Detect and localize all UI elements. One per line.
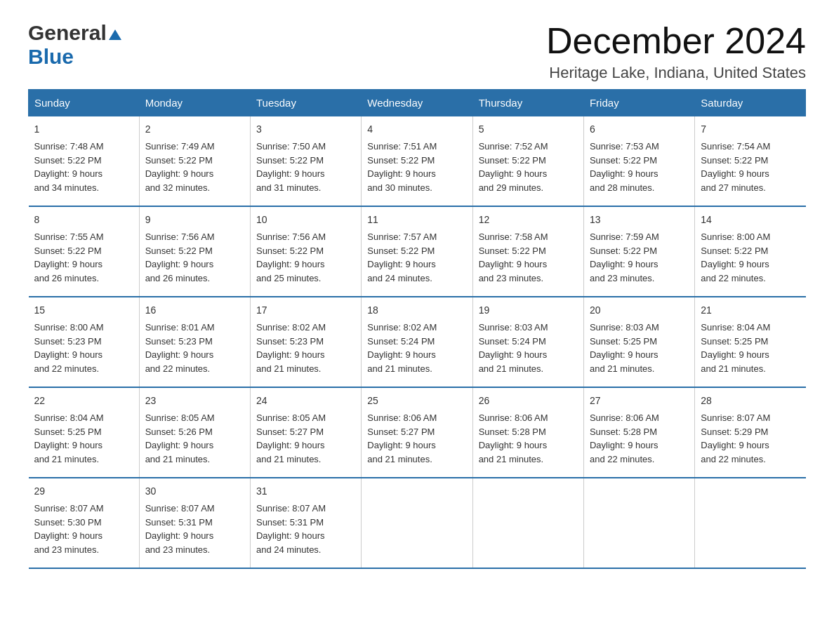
calendar-cell: 23Sunrise: 8:05 AMSunset: 5:26 PMDayligh… bbox=[139, 387, 250, 478]
calendar-cell: 31Sunrise: 8:07 AMSunset: 5:31 PMDayligh… bbox=[250, 478, 361, 568]
day-number: 22 bbox=[34, 394, 133, 408]
logo-blue: Blue bbox=[28, 45, 74, 68]
day-number: 18 bbox=[367, 303, 466, 318]
calendar-header-friday: Friday bbox=[583, 90, 694, 116]
day-number: 19 bbox=[479, 303, 578, 318]
day-info: Sunrise: 7:55 AMSunset: 5:22 PMDaylight:… bbox=[34, 230, 133, 285]
calendar-cell: 1Sunrise: 7:48 AMSunset: 5:22 PMDaylight… bbox=[29, 116, 140, 207]
day-info: Sunrise: 7:58 AMSunset: 5:22 PMDaylight:… bbox=[479, 230, 578, 285]
day-number: 11 bbox=[367, 213, 466, 227]
calendar-cell: 27Sunrise: 8:06 AMSunset: 5:28 PMDayligh… bbox=[583, 387, 694, 478]
main-title: December 2024 bbox=[546, 21, 806, 61]
day-info: Sunrise: 8:02 AMSunset: 5:24 PMDaylight:… bbox=[367, 321, 466, 375]
calendar-cell: 2Sunrise: 7:49 AMSunset: 5:22 PMDaylight… bbox=[139, 116, 250, 207]
day-number: 15 bbox=[34, 303, 133, 318]
calendar-cell: 6Sunrise: 7:53 AMSunset: 5:22 PMDaylight… bbox=[583, 116, 694, 207]
calendar-cell: 19Sunrise: 8:03 AMSunset: 5:24 PMDayligh… bbox=[472, 297, 583, 387]
day-number: 10 bbox=[256, 213, 355, 227]
subtitle: Heritage Lake, Indiana, United States bbox=[546, 64, 806, 82]
day-number: 28 bbox=[701, 394, 800, 408]
day-info: Sunrise: 8:01 AMSunset: 5:23 PMDaylight:… bbox=[145, 321, 244, 375]
day-number: 1 bbox=[34, 122, 133, 137]
calendar-week-row: 22Sunrise: 8:04 AMSunset: 5:25 PMDayligh… bbox=[29, 387, 806, 478]
day-number: 31 bbox=[256, 484, 355, 499]
day-number: 24 bbox=[256, 394, 355, 408]
day-number: 13 bbox=[590, 213, 689, 227]
day-info: Sunrise: 8:04 AMSunset: 5:25 PMDaylight:… bbox=[701, 321, 800, 375]
calendar-cell bbox=[472, 478, 583, 568]
day-number: 12 bbox=[479, 213, 578, 227]
calendar-week-row: 1Sunrise: 7:48 AMSunset: 5:22 PMDaylight… bbox=[29, 116, 806, 207]
calendar-cell: 5Sunrise: 7:52 AMSunset: 5:22 PMDaylight… bbox=[472, 116, 583, 207]
day-info: Sunrise: 8:06 AMSunset: 5:28 PMDaylight:… bbox=[590, 411, 689, 466]
day-info: Sunrise: 8:04 AMSunset: 5:25 PMDaylight:… bbox=[34, 411, 133, 466]
calendar-cell: 7Sunrise: 7:54 AMSunset: 5:22 PMDaylight… bbox=[695, 116, 806, 207]
day-info: Sunrise: 8:05 AMSunset: 5:27 PMDaylight:… bbox=[256, 411, 355, 466]
logo-general: General bbox=[28, 21, 107, 45]
calendar-cell: 16Sunrise: 8:01 AMSunset: 5:23 PMDayligh… bbox=[139, 297, 250, 387]
calendar-cell: 8Sunrise: 7:55 AMSunset: 5:22 PMDaylight… bbox=[29, 206, 140, 297]
day-info: Sunrise: 7:56 AMSunset: 5:22 PMDaylight:… bbox=[145, 230, 244, 285]
day-number: 2 bbox=[145, 122, 244, 137]
calendar-cell: 21Sunrise: 8:04 AMSunset: 5:25 PMDayligh… bbox=[695, 297, 806, 387]
calendar-cell: 4Sunrise: 7:51 AMSunset: 5:22 PMDaylight… bbox=[362, 116, 472, 207]
day-info: Sunrise: 7:59 AMSunset: 5:22 PMDaylight:… bbox=[590, 230, 689, 285]
day-info: Sunrise: 8:00 AMSunset: 5:22 PMDaylight:… bbox=[701, 230, 800, 285]
day-info: Sunrise: 8:05 AMSunset: 5:26 PMDaylight:… bbox=[145, 411, 244, 466]
day-info: Sunrise: 8:07 AMSunset: 5:31 PMDaylight:… bbox=[256, 502, 355, 556]
calendar-cell: 26Sunrise: 8:06 AMSunset: 5:28 PMDayligh… bbox=[472, 387, 583, 478]
calendar-cell: 17Sunrise: 8:02 AMSunset: 5:23 PMDayligh… bbox=[250, 297, 361, 387]
day-info: Sunrise: 8:03 AMSunset: 5:25 PMDaylight:… bbox=[590, 321, 689, 375]
calendar-header-sunday: Sunday bbox=[29, 90, 140, 116]
calendar-cell: 10Sunrise: 7:56 AMSunset: 5:22 PMDayligh… bbox=[250, 206, 361, 297]
calendar-header-row: SundayMondayTuesdayWednesdayThursdayFrid… bbox=[29, 90, 806, 116]
day-info: Sunrise: 8:07 AMSunset: 5:31 PMDaylight:… bbox=[145, 502, 244, 556]
calendar-cell bbox=[695, 478, 806, 568]
day-number: 4 bbox=[367, 122, 466, 137]
day-number: 14 bbox=[701, 213, 800, 227]
day-info: Sunrise: 8:07 AMSunset: 5:29 PMDaylight:… bbox=[701, 411, 800, 466]
day-number: 16 bbox=[145, 303, 244, 318]
calendar-cell: 11Sunrise: 7:57 AMSunset: 5:22 PMDayligh… bbox=[362, 206, 472, 297]
day-number: 17 bbox=[256, 303, 355, 318]
calendar-cell bbox=[362, 478, 472, 568]
calendar-week-row: 29Sunrise: 8:07 AMSunset: 5:30 PMDayligh… bbox=[29, 478, 806, 568]
calendar-cell: 28Sunrise: 8:07 AMSunset: 5:29 PMDayligh… bbox=[695, 387, 806, 478]
calendar-cell: 30Sunrise: 8:07 AMSunset: 5:31 PMDayligh… bbox=[139, 478, 250, 568]
calendar-cell: 25Sunrise: 8:06 AMSunset: 5:27 PMDayligh… bbox=[362, 387, 472, 478]
calendar-cell: 9Sunrise: 7:56 AMSunset: 5:22 PMDaylight… bbox=[139, 206, 250, 297]
day-info: Sunrise: 7:57 AMSunset: 5:22 PMDaylight:… bbox=[367, 230, 466, 285]
day-number: 6 bbox=[590, 122, 689, 137]
calendar-week-row: 8Sunrise: 7:55 AMSunset: 5:22 PMDaylight… bbox=[29, 206, 806, 297]
day-info: Sunrise: 7:54 AMSunset: 5:22 PMDaylight:… bbox=[701, 140, 800, 194]
page-header: General Blue December 2024 Heritage Lake… bbox=[28, 21, 806, 82]
day-number: 26 bbox=[479, 394, 578, 408]
day-number: 3 bbox=[256, 122, 355, 137]
day-number: 7 bbox=[701, 122, 800, 137]
calendar-cell: 22Sunrise: 8:04 AMSunset: 5:25 PMDayligh… bbox=[29, 387, 140, 478]
calendar-header-saturday: Saturday bbox=[695, 90, 806, 116]
logo-triangle-icon bbox=[109, 29, 121, 40]
day-number: 25 bbox=[367, 394, 466, 408]
calendar-cell bbox=[583, 478, 694, 568]
day-number: 30 bbox=[145, 484, 244, 499]
calendar-cell: 12Sunrise: 7:58 AMSunset: 5:22 PMDayligh… bbox=[472, 206, 583, 297]
calendar-cell: 3Sunrise: 7:50 AMSunset: 5:22 PMDaylight… bbox=[250, 116, 361, 207]
day-number: 23 bbox=[145, 394, 244, 408]
day-number: 8 bbox=[34, 213, 133, 227]
day-number: 9 bbox=[145, 213, 244, 227]
day-info: Sunrise: 7:52 AMSunset: 5:22 PMDaylight:… bbox=[479, 140, 578, 194]
calendar-week-row: 15Sunrise: 8:00 AMSunset: 5:23 PMDayligh… bbox=[29, 297, 806, 387]
calendar-cell: 29Sunrise: 8:07 AMSunset: 5:30 PMDayligh… bbox=[29, 478, 140, 568]
day-info: Sunrise: 8:03 AMSunset: 5:24 PMDaylight:… bbox=[479, 321, 578, 375]
day-info: Sunrise: 7:56 AMSunset: 5:22 PMDaylight:… bbox=[256, 230, 355, 285]
day-info: Sunrise: 8:02 AMSunset: 5:23 PMDaylight:… bbox=[256, 321, 355, 375]
calendar-header-tuesday: Tuesday bbox=[250, 90, 361, 116]
day-info: Sunrise: 7:49 AMSunset: 5:22 PMDaylight:… bbox=[145, 140, 244, 194]
day-number: 20 bbox=[590, 303, 689, 318]
day-info: Sunrise: 7:51 AMSunset: 5:22 PMDaylight:… bbox=[367, 140, 466, 194]
day-number: 5 bbox=[479, 122, 578, 137]
day-info: Sunrise: 8:07 AMSunset: 5:30 PMDaylight:… bbox=[34, 502, 133, 556]
day-info: Sunrise: 7:50 AMSunset: 5:22 PMDaylight:… bbox=[256, 140, 355, 194]
day-number: 21 bbox=[701, 303, 800, 318]
